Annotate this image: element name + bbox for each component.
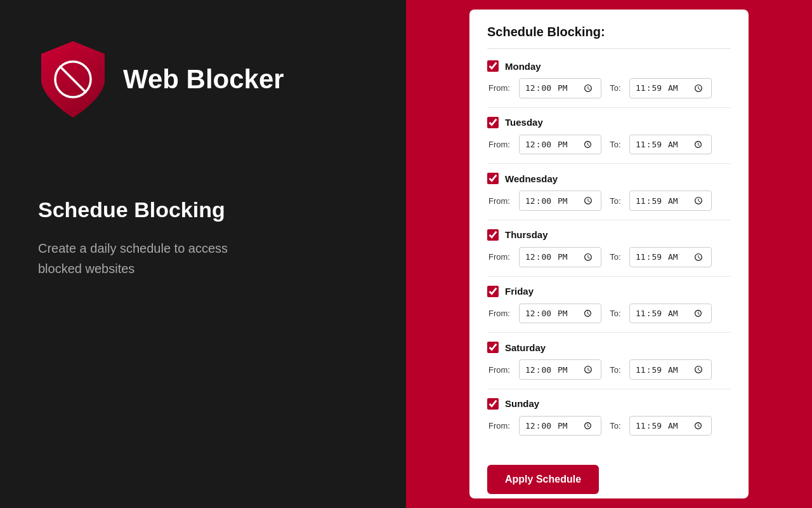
card-title: Schedule Blocking: — [487, 25, 731, 49]
time-row-friday: From: To: — [487, 304, 731, 324]
from-time-input-wednesday[interactable] — [519, 190, 601, 211]
checkbox-saturday[interactable] — [487, 342, 499, 353]
day-header-wednesday: Wednesday — [487, 173, 731, 184]
from-time-input-friday[interactable] — [519, 304, 601, 324]
from-time-input-sunday[interactable] — [519, 416, 601, 436]
day-header-saturday: Saturday — [487, 342, 731, 353]
to-time-field-thursday[interactable] — [635, 251, 705, 264]
checkbox-sunday[interactable] — [487, 398, 499, 410]
to-time-field-friday[interactable] — [635, 307, 705, 320]
left-panel: Web Blocker Schedue Blocking Create a da… — [0, 0, 406, 508]
time-row-saturday: From: To: — [487, 359, 731, 380]
from-time-field-tuesday[interactable] — [525, 138, 594, 151]
to-time-input-thursday[interactable] — [629, 247, 712, 267]
from-label-saturday: From: — [488, 365, 513, 375]
feature-title: Schedue Blocking — [38, 197, 225, 223]
from-label-monday: From: — [488, 83, 513, 93]
day-header-sunday: Sunday — [487, 398, 731, 410]
checkbox-wednesday[interactable] — [487, 173, 499, 184]
to-time-input-monday[interactable] — [629, 78, 712, 98]
to-time-field-tuesday[interactable] — [635, 138, 705, 151]
day-name-wednesday: Wednesday — [505, 173, 558, 184]
to-time-input-tuesday[interactable] — [629, 135, 712, 155]
from-time-input-saturday[interactable] — [519, 359, 601, 380]
day-name-friday: Friday — [505, 286, 534, 297]
from-time-field-sunday[interactable] — [525, 420, 594, 432]
from-label-tuesday: From: — [488, 140, 513, 149]
app-title: Web Blocker — [123, 64, 284, 95]
from-label-sunday: From: — [488, 421, 513, 431]
from-time-field-monday[interactable] — [525, 82, 594, 95]
day-name-monday: Monday — [505, 61, 541, 72]
schedule-card: Schedule Blocking: Monday From: To: Tues… — [469, 10, 749, 498]
time-row-monday: From: To: — [487, 78, 731, 98]
to-label-friday: To: — [608, 309, 623, 318]
to-label-saturday: To: — [608, 365, 623, 375]
days-container: Monday From: To: Tuesday From: — [487, 60, 731, 444]
checkbox-friday[interactable] — [487, 286, 499, 297]
to-time-input-saturday[interactable] — [629, 359, 712, 380]
from-time-field-saturday[interactable] — [525, 363, 594, 376]
time-row-sunday: From: To: — [487, 416, 731, 436]
from-time-field-friday[interactable] — [525, 307, 594, 320]
to-time-field-sunday[interactable] — [635, 420, 705, 432]
feature-desc: Create a daily schedule to access blocke… — [38, 238, 266, 279]
from-time-field-thursday[interactable] — [525, 251, 594, 264]
from-label-friday: From: — [488, 309, 513, 318]
to-time-input-sunday[interactable] — [629, 416, 712, 436]
from-time-input-thursday[interactable] — [519, 247, 601, 267]
to-label-thursday: To: — [608, 252, 623, 262]
from-time-input-monday[interactable] — [519, 78, 601, 98]
day-header-tuesday: Tuesday — [487, 117, 731, 128]
to-time-field-monday[interactable] — [635, 82, 705, 95]
day-name-sunday: Sunday — [505, 398, 539, 409]
day-section-saturday: Saturday From: To: — [487, 342, 731, 389]
day-name-saturday: Saturday — [505, 342, 546, 353]
day-section-monday: Monday From: To: — [487, 60, 731, 108]
time-row-wednesday: From: To: — [487, 190, 731, 211]
to-label-tuesday: To: — [608, 140, 623, 149]
day-name-thursday: Thursday — [505, 229, 548, 240]
to-time-field-wednesday[interactable] — [635, 194, 705, 207]
checkbox-monday[interactable] — [487, 60, 499, 72]
time-row-tuesday: From: To: — [487, 135, 731, 155]
to-label-wednesday: To: — [608, 196, 623, 206]
to-time-input-wednesday[interactable] — [629, 190, 712, 211]
to-time-input-friday[interactable] — [629, 304, 712, 324]
from-time-field-wednesday[interactable] — [525, 194, 594, 207]
checkbox-tuesday[interactable] — [487, 117, 499, 128]
from-label-wednesday: From: — [488, 196, 513, 206]
logo-area: Web Blocker — [38, 38, 284, 121]
from-label-thursday: From: — [488, 252, 513, 262]
from-time-input-tuesday[interactable] — [519, 135, 601, 155]
apply-schedule-button[interactable]: Apply Schedule — [487, 465, 599, 494]
day-header-friday: Friday — [487, 286, 731, 297]
shield-icon — [38, 38, 108, 121]
checkbox-thursday[interactable] — [487, 229, 499, 241]
time-row-thursday: From: To: — [487, 247, 731, 267]
to-label-sunday: To: — [608, 421, 623, 431]
day-section-friday: Friday From: To: — [487, 286, 731, 333]
day-name-tuesday: Tuesday — [505, 117, 543, 128]
day-section-thursday: Thursday From: To: — [487, 229, 731, 277]
day-section-tuesday: Tuesday From: To: — [487, 117, 731, 164]
to-label-monday: To: — [608, 83, 623, 93]
to-time-field-saturday[interactable] — [635, 363, 705, 376]
right-panel: Schedule Blocking: Monday From: To: Tues… — [406, 0, 812, 508]
day-header-monday: Monday — [487, 60, 731, 72]
day-header-thursday: Thursday — [487, 229, 731, 241]
day-section-wednesday: Wednesday From: To: — [487, 173, 731, 220]
day-section-sunday: Sunday From: To: — [487, 398, 731, 445]
